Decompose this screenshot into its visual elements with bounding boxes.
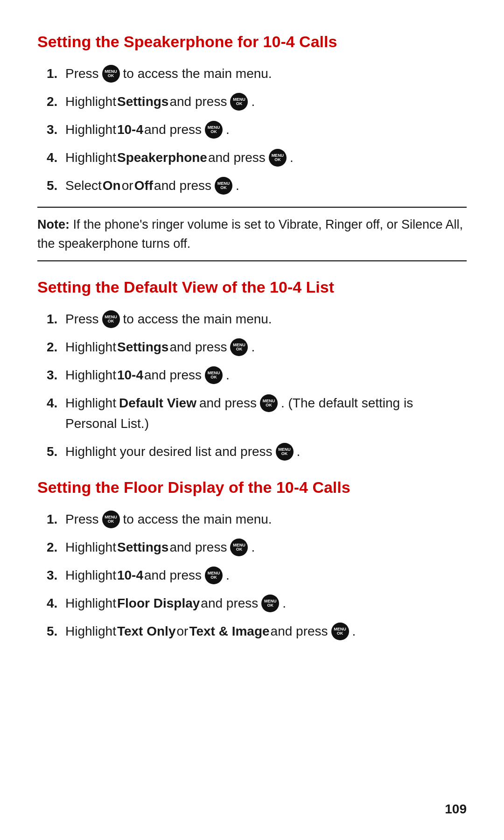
step-number: 5.	[47, 176, 65, 196]
step-number: 2.	[47, 92, 65, 112]
list-item: 5. Select On or Off and press MENUOK.	[47, 176, 467, 196]
bold-text: Floor Display	[117, 594, 200, 613]
bold-text: 10-4	[117, 566, 143, 585]
step-number: 4.	[47, 148, 65, 168]
step-number: 3.	[47, 120, 65, 140]
step-number: 2.	[47, 538, 65, 557]
step-number: 5.	[47, 622, 65, 641]
menu-ok-icon: MENUOK	[204, 567, 224, 584]
step-content: Press MENUOK to access the main menu.	[65, 510, 467, 529]
step-content: Highlight your desired list and press ME…	[65, 442, 467, 462]
step-line-2: Personal List.)	[65, 414, 149, 434]
step-number: 2.	[47, 337, 65, 357]
section-floor-display: Setting the Floor Display of the 10-4 Ca…	[37, 478, 467, 641]
bold-text: 10-4	[117, 365, 143, 385]
menu-ok-icon: MENUOK	[101, 310, 121, 328]
note-divider-bottom	[37, 260, 467, 261]
bold-text: Speakerphone	[117, 148, 207, 168]
step-content: Highlight Floor Display and press MENUOK…	[65, 594, 467, 613]
menu-ok-icon: MENUOK	[214, 177, 233, 195]
bold-text: On	[103, 176, 121, 196]
menu-ok-icon: MENUOK	[229, 93, 249, 111]
list-item: 5. Highlight Text Only or Text & Image a…	[47, 622, 467, 641]
note-text: If the phone's ringer volume is set to V…	[37, 217, 463, 251]
menu-ok-icon: MENUOK	[101, 511, 121, 528]
bold-text: Off	[134, 176, 153, 196]
list-item: 4. Highlight Floor Display and press MEN…	[47, 594, 467, 613]
step-content: Highlight Text Only or Text & Image and …	[65, 622, 467, 641]
step-number: 4.	[47, 393, 65, 413]
step-content: Press MENUOK to access the main menu.	[65, 309, 467, 329]
menu-ok-icon: MENUOK	[260, 595, 280, 612]
section-title-default-view: Setting the Default View of the 10-4 Lis…	[37, 278, 467, 296]
steps-list-speakerphone: 1. Press MENUOK to access the main menu.…	[37, 64, 467, 196]
step-line: Highlight Default View and press MENUOK.…	[65, 393, 413, 413]
bold-text: Text Only	[117, 622, 176, 641]
step-content: Highlight Settings and press MENUOK.	[65, 92, 467, 112]
step-number: 1.	[47, 64, 65, 84]
note-block: Note: If the phone's ringer volume is se…	[37, 215, 467, 253]
section-title-speakerphone: Setting the Speakerphone for 10-4 Calls	[37, 33, 467, 51]
note-label: Note:	[37, 217, 70, 231]
page-content: Setting the Speakerphone for 10-4 Calls …	[37, 33, 467, 641]
step-number: 3.	[47, 365, 65, 385]
page-number: 109	[445, 802, 467, 817]
section-default-view: Setting the Default View of the 10-4 Lis…	[37, 278, 467, 462]
note-divider-top	[37, 207, 467, 208]
list-item: 1. Press MENUOK to access the main menu.	[47, 510, 467, 529]
list-item: 4. Highlight Default View and press MENU…	[47, 393, 467, 434]
step-content: Highlight Speakerphone and press MENUOK.	[65, 148, 467, 168]
menu-ok-icon: MENUOK	[229, 539, 249, 556]
bold-text: Settings	[117, 538, 168, 557]
bold-text: Settings	[117, 337, 168, 357]
step-content: Highlight 10-4 and press MENUOK.	[65, 120, 467, 140]
list-item: 3. Highlight 10-4 and press MENUOK.	[47, 120, 467, 140]
step-content: Highlight Default View and press MENUOK.…	[65, 393, 467, 434]
step-content: Select On or Off and press MENUOK.	[65, 176, 467, 196]
list-item: 1. Press MENUOK to access the main menu.	[47, 309, 467, 329]
menu-ok-icon: MENUOK	[268, 149, 287, 167]
bold-text: Settings	[117, 92, 168, 112]
bold-text: 10-4	[117, 120, 143, 140]
step-number: 5.	[47, 442, 65, 462]
section-speakerphone: Setting the Speakerphone for 10-4 Calls …	[37, 33, 467, 261]
step-content: Highlight 10-4 and press MENUOK.	[65, 365, 467, 385]
list-item: 3. Highlight 10-4 and press MENUOK.	[47, 566, 467, 585]
menu-ok-icon: MENUOK	[101, 65, 121, 83]
steps-list-floor-display: 1. Press MENUOK to access the main menu.…	[37, 510, 467, 641]
step-content: Highlight 10-4 and press MENUOK.	[65, 566, 467, 585]
step-content: Highlight Settings and press MENUOK.	[65, 337, 467, 357]
menu-ok-icon: MENUOK	[204, 121, 224, 139]
step-content: Highlight Settings and press MENUOK.	[65, 538, 467, 557]
menu-ok-icon: MENUOK	[330, 623, 350, 640]
menu-ok-icon: MENUOK	[229, 338, 249, 356]
list-item: 4. Highlight Speakerphone and press MENU…	[47, 148, 467, 168]
bold-text: Default View	[119, 393, 196, 413]
step-content: Press MENUOK to access the main menu.	[65, 64, 467, 84]
bold-text: Text & Image	[189, 622, 269, 641]
steps-list-default-view: 1. Press MENUOK to access the main menu.…	[37, 309, 467, 462]
section-title-floor-display: Setting the Floor Display of the 10-4 Ca…	[37, 478, 467, 497]
list-item: 3. Highlight 10-4 and press MENUOK.	[47, 365, 467, 385]
list-item: 2. Highlight Settings and press MENUOK.	[47, 337, 467, 357]
step-number: 3.	[47, 566, 65, 585]
list-item: 1. Press MENUOK to access the main menu.	[47, 64, 467, 84]
step-number: 1.	[47, 510, 65, 529]
menu-ok-icon: MENUOK	[275, 443, 294, 461]
menu-ok-icon: MENUOK	[204, 366, 224, 384]
list-item: 2. Highlight Settings and press MENUOK.	[47, 538, 467, 557]
list-item: 2. Highlight Settings and press MENUOK.	[47, 92, 467, 112]
list-item: 5. Highlight your desired list and press…	[47, 442, 467, 462]
step-number: 4.	[47, 594, 65, 613]
step-number: 1.	[47, 309, 65, 329]
menu-ok-icon: MENUOK	[259, 394, 279, 412]
